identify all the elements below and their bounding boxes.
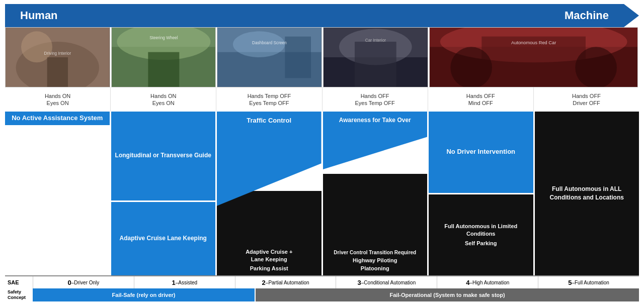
col-2: Traffic Control Adaptive Cruise + Lane K… — [217, 112, 323, 275]
svg-rect-18 — [355, 42, 396, 87]
sae-cell-3: 3–Conditional Automation — [336, 276, 437, 288]
svg-text:Driving Interior: Driving Interior — [44, 51, 71, 56]
image-45: Autonomous Red Car — [429, 27, 638, 87]
col1-bottom-text: Adaptive Cruise Lane Keeping — [120, 234, 207, 243]
safety-row: Safety Concept Fail-Safe (rely on driver… — [5, 288, 639, 301]
col2-black: Adaptive Cruise + Lane Keeping Parking A… — [217, 191, 321, 275]
svg-text:Steering Wheel: Steering Wheel — [149, 36, 178, 40]
safety-left-text: Fail-Safe (rely on driver) — [112, 292, 176, 298]
col2-line3: Parking Assist — [250, 265, 288, 271]
sae-text-4: High Automation — [472, 280, 509, 285]
sae-cells: 0–Driver Only 1–Assisted 2–Partial Autom… — [33, 276, 639, 288]
col-5: Full Autonomous in ALL Conditions and Lo… — [535, 112, 639, 275]
svg-text:Car Interior: Car Interior — [365, 38, 386, 43]
svg-point-25 — [575, 47, 617, 87]
status-3-text: Hands OFFEyes Temp OFF — [355, 92, 394, 107]
svg-rect-8 — [148, 52, 179, 87]
sae-text-2: Partial Automation — [268, 280, 309, 285]
col1-container: Longitudinal or Transverse Guide Adaptiv… — [111, 112, 216, 275]
status-row: Hands ONEyes ON Hands ONEyes ON Hands Te… — [5, 87, 639, 112]
sae-cell-0: 0–Driver Only — [33, 276, 134, 288]
sae-num-1: 1 — [172, 279, 175, 286]
sae-text-1: Assisted — [178, 280, 197, 285]
col3-blue-text: Awareness for Take Over — [339, 117, 411, 125]
col4-line2: Self Parking — [465, 240, 497, 247]
status-1: Hands ONEyes ON — [110, 87, 216, 112]
sae-cell-5: 5–Full Automation — [538, 276, 639, 288]
col-4: No Driver Intervention Full Autonomous i… — [429, 112, 535, 275]
status-0: Hands ONEyes ON — [5, 87, 110, 112]
svg-rect-3 — [47, 57, 68, 87]
col3-line2: Highway Piloting — [353, 257, 397, 263]
sae-num-4: 4 — [466, 279, 469, 286]
col3-line3: Platooning — [361, 265, 389, 271]
col-0: No Active Assistance System — [5, 112, 111, 275]
image-2: Dashboard Screen — [217, 27, 322, 87]
main-container: Human Machine Driving Interior — [0, 0, 644, 304]
sae-label: SAE — [5, 276, 33, 288]
svg-rect-12 — [285, 37, 311, 78]
safety-right: Fail-Operational (System to make safe st… — [256, 288, 639, 301]
sae-text-0: Driver Only — [74, 280, 99, 285]
col3-blue: Awareness for Take Over — [323, 112, 428, 184]
sae-cell-1: 1–Assisted — [134, 276, 235, 288]
status-4: Hands OFFMind OFF — [428, 87, 533, 112]
col0-blue: No Active Assistance System — [5, 112, 110, 125]
col-3: Awareness for Take Over Driver Control T… — [323, 112, 429, 275]
image-3: Car Interior — [323, 27, 428, 87]
safety-label: Safety Concept — [5, 288, 33, 301]
col1-top-text: Longitudinal or Transverse Guide — [115, 152, 211, 160]
status-4-text: Hands OFFMind OFF — [466, 92, 495, 107]
status-5: Hands OFFDriver OFF — [533, 87, 639, 112]
main-content: No Active Assistance System Longitudinal… — [5, 112, 639, 275]
sae-num-2: 2 — [262, 279, 266, 286]
safety-label-text: Safety Concept — [8, 289, 33, 300]
col2-line2: Lane Keeping — [251, 256, 287, 262]
status-2-text: Hands Temp OFFEyes Temp OFF — [248, 92, 291, 107]
col5-text: Full Autonomous in ALL Conditions and Lo… — [537, 185, 637, 202]
col4-line1: Full Autonomous in Limited Conditions — [431, 223, 531, 237]
col4-blue-text: No Driver Intervention — [446, 148, 515, 156]
status-1-text: Hands ONEyes ON — [150, 92, 176, 107]
col5-black: Full Autonomous in ALL Conditions and Lo… — [535, 112, 639, 275]
col4-black: Full Autonomous in Limited Conditions Se… — [429, 193, 533, 276]
status-3: Hands OFFEyes Temp OFF — [322, 87, 428, 112]
safety-right-text: Fail-Operational (System to make safe st… — [389, 292, 505, 298]
sae-num-0: 0 — [68, 279, 71, 286]
col1-bottom: Adaptive Cruise Lane Keeping — [111, 200, 216, 275]
col2-line1: Adaptive Cruise + — [246, 249, 292, 255]
image-1: Steering Wheel — [111, 27, 216, 87]
sae-text-3: Conditional Automation — [364, 280, 416, 285]
image-0: Driving Interior — [5, 27, 110, 87]
arrow-header: Human Machine — [5, 4, 639, 27]
sae-cell-4: 4–High Automation — [437, 276, 538, 288]
sae-row: SAE 0–Driver Only 1–Assisted 2–Partial A… — [5, 275, 639, 288]
svg-text:Dashboard Screen: Dashboard Screen — [252, 41, 287, 45]
svg-text:Autonomous Red Car: Autonomous Red Car — [511, 40, 556, 45]
col0-text: No Active Assistance System — [12, 114, 103, 123]
status-5-text: Hands OFFDriver OFF — [572, 92, 601, 107]
safety-left: Fail-Safe (rely on driver) — [33, 288, 255, 301]
sae-cell-2: 2–Partial Automation — [235, 276, 336, 288]
sae-text-5: Full Automation — [575, 280, 609, 285]
sae-num-5: 5 — [568, 279, 572, 286]
col1-top: Longitudinal or Transverse Guide — [111, 112, 216, 200]
col-1: Longitudinal or Transverse Guide Adaptiv… — [111, 112, 217, 275]
col4-blue: No Driver Intervention — [429, 112, 533, 193]
col3-line1: Driver Control Transition Required — [334, 250, 416, 255]
col3-black: Driver Control Transition Required Highw… — [323, 174, 428, 275]
machine-label: Machine — [565, 9, 609, 22]
status-0-text: Hands ONEyes ON — [45, 92, 70, 107]
human-label: Human — [20, 9, 58, 22]
images-row: Driving Interior Steering Wheel — [5, 27, 639, 87]
svg-point-24 — [450, 47, 492, 87]
status-2: Hands Temp OFFEyes Temp OFF — [216, 87, 321, 112]
sae-num-3: 3 — [358, 279, 361, 286]
col2-traffic-text: Traffic Control — [247, 117, 291, 124]
